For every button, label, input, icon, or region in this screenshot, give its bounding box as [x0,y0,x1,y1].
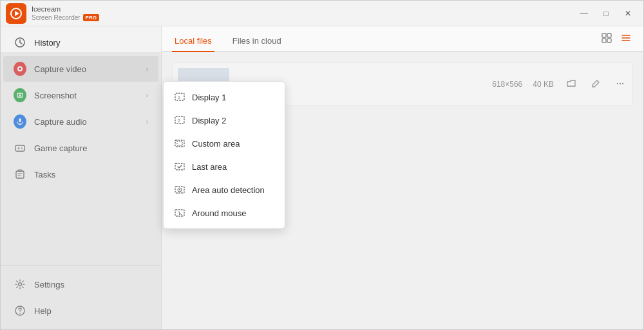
maximize-button[interactable]: □ [596,6,616,21]
sidebar-item-capture-audio-label: Capture audio [34,117,138,127]
sidebar-item-game-capture[interactable]: Game capture [3,135,158,161]
sidebar-item-help[interactable]: Help [3,298,158,324]
dropdown-custom-area-label: Custom area [192,139,240,149]
file-dimensions: 618×566 [492,80,522,89]
dropdown-item-around-mouse[interactable]: Around mouse [164,201,285,225]
tasks-icon [14,168,26,181]
settings-icon [14,278,26,291]
sidebar-item-settings-label: Settings [34,280,148,289]
svg-rect-14 [16,171,24,178]
svg-rect-23 [602,39,606,42]
dropdown-around-mouse-label: Around mouse [192,208,247,218]
svg-point-4 [19,68,21,70]
dropdown-display2-label: Display 2 [192,116,226,125]
custom-area-icon [174,138,185,149]
svg-rect-37 [175,163,184,170]
screenshot-icon [14,89,26,102]
display2-icon: 2 [174,115,185,126]
svg-point-28 [617,82,618,84]
sidebar-item-history[interactable]: History [3,30,158,55]
history-icon [14,36,26,49]
titlebar: Icecream Screen Recorder PRO — □ ✕ [1,1,643,26]
file-size: 40 KB [533,80,554,89]
svg-rect-9 [15,145,24,151]
list-view-button[interactable] [619,31,633,47]
file-meta: 618×566 40 KB [492,77,627,93]
tab-files-in-cloud[interactable]: Files in cloud [230,31,284,52]
dropdown-item-display2[interactable]: 2 Display 2 [164,109,285,132]
sidebar-item-tasks-label: Tasks [34,170,148,179]
svg-point-13 [22,149,23,150]
svg-rect-7 [19,118,21,122]
grid-view-button[interactable] [600,31,614,47]
pro-badge: PRO [83,14,99,21]
svg-point-30 [622,82,623,84]
svg-rect-36 [177,142,182,145]
sidebar-item-capture-audio[interactable]: Capture audio › [3,109,158,134]
tab-bar: Local files Files in cloud [162,26,643,52]
dropdown-item-custom-area[interactable]: Custom area [164,132,285,155]
app-logo [6,3,26,24]
display1-icon: 1 [174,91,185,103]
svg-point-20 [19,313,21,314]
sidebar-item-screenshot[interactable]: Screenshot › [3,82,158,108]
tab-local-files[interactable]: Local files [172,31,214,52]
view-controls [600,31,633,51]
capture-audio-icon [14,115,26,128]
file-folder-button[interactable] [564,77,578,93]
main-layout: History Capture video [1,26,643,329]
close-button[interactable]: ✕ [618,6,638,21]
sidebar-top: History Capture video [1,26,161,265]
sidebar-item-history-label: History [34,38,148,48]
svg-rect-17 [18,170,22,172]
svg-marker-1 [15,11,19,16]
capture-audio-arrow: › [146,118,148,125]
dropdown-item-last-area[interactable]: Last area [164,155,285,178]
tab-list: Local files Files in cloud [172,31,284,51]
svg-text:2: 2 [178,118,180,123]
svg-point-40 [179,189,180,190]
svg-rect-24 [607,39,611,42]
sidebar-item-screenshot-label: Screenshot [34,91,138,100]
last-area-icon [174,161,185,172]
app-name: Icecream [32,5,574,14]
file-edit-button[interactable] [589,77,603,93]
svg-rect-22 [607,33,611,37]
sidebar-bottom: Settings Help [1,265,161,329]
svg-point-29 [620,82,621,84]
file-more-button[interactable] [613,77,627,93]
titlebar-controls: — □ ✕ [574,6,638,21]
titlebar-text: Icecream Screen Recorder PRO [32,5,574,21]
svg-rect-21 [602,33,606,37]
capture-video-arrow: › [146,66,148,73]
relative-wrapper: History Capture video [1,26,643,329]
help-icon [14,304,26,317]
svg-point-6 [19,95,21,96]
sidebar-item-tasks[interactable]: Tasks [3,161,158,187]
svg-text:1: 1 [178,95,180,100]
sidebar-item-settings[interactable]: Settings [3,271,158,297]
app-window: Icecream Screen Recorder PRO — □ ✕ [0,0,644,330]
dropdown-item-display1[interactable]: 1 Display 1 [164,86,285,109]
dropdown-area-auto-label: Area auto detection [192,185,265,195]
screenshot-arrow: › [146,92,148,99]
sidebar: History Capture video [1,26,162,329]
dropdown-last-area-label: Last area [192,162,227,172]
minimize-button[interactable]: — [574,6,594,21]
area-auto-icon [174,184,185,196]
sidebar-item-capture-video-label: Capture video [34,64,138,74]
sidebar-item-help-label: Help [34,306,148,316]
sidebar-item-capture-video[interactable]: Capture video › [3,56,158,82]
dropdown-item-area-auto[interactable]: Area auto detection [164,178,285,201]
capture-video-dropdown: 1 Display 1 2 Display 2 [163,81,285,229]
app-subtitle: Screen Recorder PRO [32,14,574,21]
sidebar-item-game-capture-label: Game capture [34,143,148,153]
around-mouse-icon [174,207,185,219]
dropdown-display1-label: Display 1 [192,93,226,102]
game-capture-icon [14,142,26,154]
svg-point-12 [21,147,23,149]
capture-video-icon [14,62,26,75]
svg-point-18 [19,283,22,286]
